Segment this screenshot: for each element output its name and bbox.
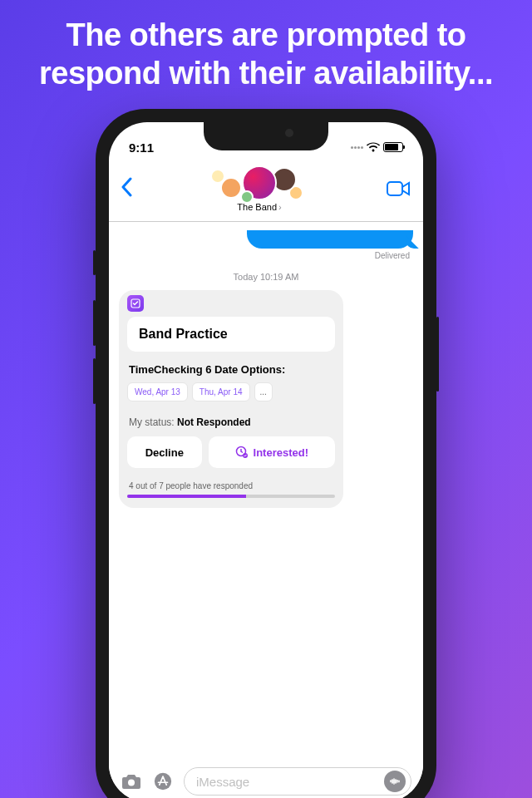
- svg-rect-8: [394, 778, 395, 785]
- app-store-icon[interactable]: [152, 772, 174, 791]
- side-button-volume-down: [93, 358, 96, 404]
- group-info[interactable]: The Band ›: [205, 165, 313, 212]
- decline-button[interactable]: Decline: [127, 436, 202, 468]
- status-indicators: [351, 142, 403, 152]
- timestamp: Today 10:19 AM: [119, 272, 413, 282]
- input-placeholder: iMessage: [196, 775, 249, 789]
- wifi-icon: [367, 142, 380, 152]
- app-icon: [127, 295, 144, 312]
- svg-rect-6: [391, 781, 392, 783]
- nav-header: The Band ›: [109, 162, 423, 222]
- side-button-volume-up: [93, 300, 96, 346]
- svg-point-5: [155, 773, 171, 790]
- input-area: iMessage: [109, 761, 423, 798]
- app-message-card[interactable]: Band Practice TimeChecking 6 Date Option…: [119, 290, 343, 508]
- my-status: My status: Not Responded: [127, 416, 335, 428]
- camera-icon[interactable]: [121, 772, 142, 791]
- phone-frame: 9:11: [96, 109, 436, 798]
- phone-notch: [204, 122, 328, 150]
- phone-screen: 9:11: [109, 122, 423, 798]
- response-count: 4 out of 7 people have responded: [127, 481, 335, 490]
- signal-icon: [351, 146, 363, 149]
- video-call-button[interactable]: [387, 180, 411, 197]
- chevron-right-icon: ›: [278, 202, 282, 212]
- svg-rect-0: [387, 182, 402, 195]
- svg-rect-10: [397, 780, 398, 783]
- interested-button[interactable]: Interested!: [209, 436, 336, 468]
- status-time: 9:11: [129, 140, 154, 155]
- outgoing-message-bubble: [247, 230, 413, 249]
- messages-area[interactable]: Delivered Today 10:19 AM Band Practice T…: [109, 222, 423, 704]
- svg-rect-7: [392, 779, 393, 784]
- progress-fill: [127, 495, 246, 498]
- progress-bar: [127, 495, 335, 498]
- avatar: [220, 177, 242, 199]
- mic-button[interactable]: [384, 771, 406, 792]
- promo-headline: The others are prompted to respond with …: [0, 0, 532, 92]
- status-value: Not Responded: [177, 416, 251, 428]
- timecheck-label: TimeChecking 6 Date Options:: [127, 363, 335, 376]
- delivered-status: Delivered: [119, 251, 410, 260]
- date-option[interactable]: Wed, Apr 13: [127, 382, 188, 401]
- side-button-silent: [93, 250, 96, 275]
- date-option[interactable]: Thu, Apr 14: [192, 382, 250, 401]
- date-options: Wed, Apr 13 Thu, Apr 14 ...: [127, 382, 335, 401]
- back-button[interactable]: [121, 175, 132, 203]
- side-button-power: [436, 317, 439, 392]
- more-dates-button[interactable]: ...: [254, 382, 273, 401]
- event-title: Band Practice: [127, 317, 335, 352]
- avatar: [240, 190, 254, 204]
- action-buttons: Decline Interested!: [127, 436, 335, 468]
- message-input[interactable]: iMessage: [184, 767, 411, 796]
- avatar-cluster: [205, 165, 313, 200]
- battery-icon: [383, 142, 403, 152]
- svg-rect-9: [396, 779, 397, 784]
- svg-rect-11: [399, 781, 400, 783]
- svg-point-4: [128, 780, 135, 786]
- clock-icon: [235, 446, 249, 459]
